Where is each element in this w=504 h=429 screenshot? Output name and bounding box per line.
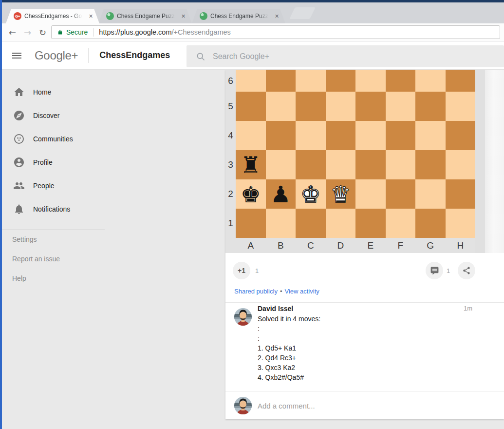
square-e6[interactable] <box>355 70 386 92</box>
tab-chess-endgame-puzzle-2[interactable]: Chess Endgame Puzzle o × <box>192 9 285 23</box>
square-h4[interactable] <box>446 121 476 150</box>
square-d5[interactable] <box>326 92 356 121</box>
commenter-name[interactable]: David Issel <box>258 305 293 312</box>
file-label-g: G <box>415 240 446 251</box>
add-comment-input[interactable]: Add a comment... <box>258 397 494 414</box>
reload-icon[interactable]: ↻ <box>36 26 49 39</box>
square-a2[interactable]: ♚ <box>236 179 266 209</box>
square-b2[interactable]: ♟ <box>266 179 296 209</box>
square-g2[interactable] <box>415 179 446 209</box>
square-a5[interactable] <box>236 92 266 121</box>
sidebar-item-communities[interactable]: Communities <box>2 127 225 151</box>
square-d6[interactable] <box>326 70 356 92</box>
square-f5[interactable] <box>386 92 416 121</box>
search-input[interactable]: Search Google+ <box>187 45 504 67</box>
commenter-avatar[interactable] <box>234 308 252 326</box>
square-f4[interactable] <box>386 121 416 150</box>
communities-icon <box>13 133 25 145</box>
google-plus-logo[interactable]: Google+ <box>35 49 78 62</box>
square-c3[interactable] <box>296 150 326 179</box>
sidebar: Home Discover Communities Profile People <box>2 70 225 429</box>
file-label-d: D <box>326 240 356 251</box>
menu-icon[interactable] <box>12 51 21 60</box>
square-e3[interactable] <box>355 150 386 179</box>
sidebar-item-profile[interactable]: Profile <box>2 151 225 174</box>
square-e2[interactable] <box>355 179 386 209</box>
white-queen[interactable]: ♛ <box>330 180 351 209</box>
sidebar-item-people[interactable]: People <box>2 174 225 197</box>
square-a3[interactable]: ♜ <box>236 150 266 179</box>
black-pawn[interactable]: ♟ <box>270 180 291 209</box>
view-activity-link[interactable]: View activity <box>284 288 319 295</box>
square-b1[interactable] <box>266 209 296 238</box>
white-king[interactable]: ♚ <box>300 180 321 209</box>
square-f1[interactable] <box>386 209 416 238</box>
square-g4[interactable] <box>415 121 446 150</box>
close-icon[interactable]: × <box>273 13 280 20</box>
board-right-shade <box>485 70 504 253</box>
square-h5[interactable] <box>446 92 476 121</box>
comment-button[interactable] <box>426 262 443 279</box>
square-b5[interactable] <box>266 92 296 121</box>
square-c6[interactable] <box>296 70 326 92</box>
sidebar-item-label: Profile <box>33 158 53 166</box>
black-king[interactable]: ♚ <box>241 180 261 209</box>
board-right-margin <box>475 70 485 253</box>
bell-icon <box>13 203 25 215</box>
square-g3[interactable] <box>415 150 446 179</box>
square-a6[interactable] <box>236 70 266 92</box>
square-h3[interactable] <box>446 150 476 179</box>
square-c4[interactable] <box>296 121 326 150</box>
square-f6[interactable] <box>386 70 416 92</box>
square-a1[interactable] <box>236 209 266 238</box>
sidebar-item-home[interactable]: Home <box>2 80 225 104</box>
browser-toolbar: ← → ↻ Secure https://plus.google.com/+Ch… <box>2 23 504 41</box>
comment-line: 1. Qd5+ Ka1 <box>258 343 320 353</box>
square-g5[interactable] <box>415 92 446 121</box>
square-h6[interactable] <box>446 70 476 92</box>
square-b4[interactable] <box>266 121 296 150</box>
new-tab-button[interactable] <box>289 7 316 19</box>
square-d1[interactable] <box>326 209 356 238</box>
board-squares[interactable]: ♜♚♟♚♛ <box>236 70 475 238</box>
url-path: /+Chessendgames <box>171 28 230 36</box>
back-icon[interactable]: ← <box>6 26 19 39</box>
square-c2[interactable]: ♚ <box>296 179 326 209</box>
file-label-c: C <box>296 240 326 251</box>
rank-label-3: 3 <box>225 150 236 179</box>
black-rook[interactable]: ♜ <box>241 151 261 179</box>
square-f2[interactable] <box>386 179 416 209</box>
sidebar-item-notifications[interactable]: Notifications <box>2 197 225 221</box>
square-d4[interactable] <box>326 121 356 150</box>
square-b6[interactable] <box>266 70 296 92</box>
chess-green-favicon <box>200 12 207 20</box>
square-c1[interactable] <box>296 209 326 238</box>
square-h2[interactable] <box>446 179 476 209</box>
shared-publicly-link[interactable]: Shared publicly <box>234 288 278 295</box>
sidebar-link-report-issue[interactable]: Report an issue <box>2 249 225 269</box>
address-bar[interactable]: Secure https://plus.google.com/+Chessend… <box>51 25 500 39</box>
search-placeholder: Search Google+ <box>213 52 269 61</box>
comment-timestamp: 1m <box>464 305 472 312</box>
square-h1[interactable] <box>446 209 476 238</box>
square-e5[interactable] <box>355 92 386 121</box>
close-icon[interactable]: × <box>87 13 94 20</box>
sidebar-item-discover[interactable]: Discover <box>2 104 225 127</box>
tab-chessendgames-google-plus[interactable]: G+ ChessEndgames - Google × <box>6 9 99 23</box>
square-f3[interactable] <box>386 150 416 179</box>
square-c5[interactable] <box>296 92 326 121</box>
sidebar-link-settings[interactable]: Settings <box>2 230 225 249</box>
close-icon[interactable]: × <box>180 13 187 20</box>
square-a4[interactable] <box>236 121 266 150</box>
plus-one-button[interactable]: +1 <box>233 262 250 279</box>
square-d3[interactable] <box>326 150 356 179</box>
sidebar-link-help[interactable]: Help <box>2 269 225 288</box>
tab-chess-endgame-puzzle-1[interactable]: Chess Endgame Puzzle o × <box>98 9 192 23</box>
share-button[interactable] <box>458 262 475 279</box>
square-g6[interactable] <box>415 70 446 92</box>
square-d2[interactable]: ♛ <box>326 179 356 209</box>
square-e4[interactable] <box>355 121 386 150</box>
square-b3[interactable] <box>266 150 296 179</box>
square-g1[interactable] <box>415 209 446 238</box>
square-e1[interactable] <box>355 209 386 238</box>
